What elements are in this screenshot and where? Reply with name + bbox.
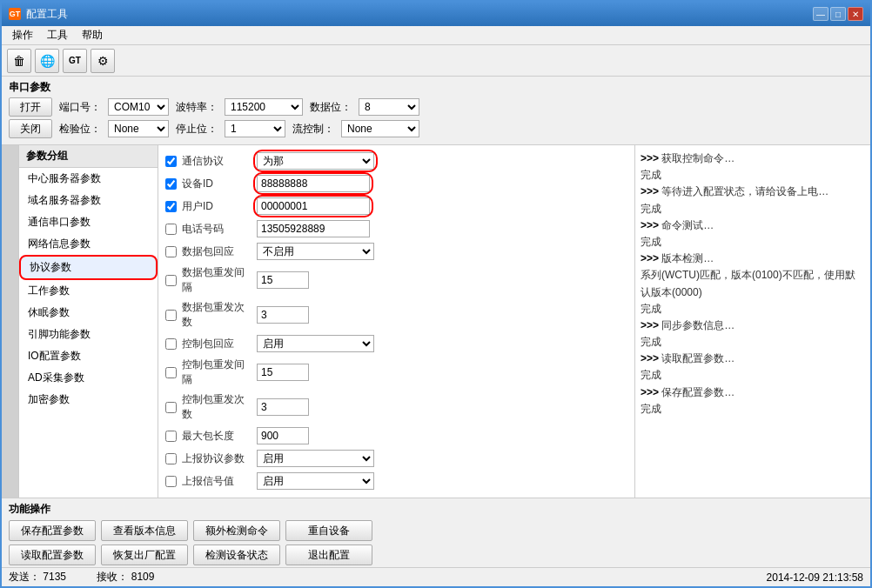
param-row-data-ack: 数据包回应 不启用: [165, 243, 627, 260]
sidebar-item-3[interactable]: 网络信息参数: [19, 233, 158, 255]
param-label-data-retry-count: 数据包重发次数: [182, 300, 252, 330]
param-row-report-signal: 上报信号值 启用: [165, 472, 627, 490]
param-check-phone[interactable]: [165, 224, 177, 235]
status-datetime: 2014-12-09 21:13:58: [767, 571, 863, 584]
log-line-12: 完成: [641, 367, 865, 384]
param-select-report-protocol[interactable]: 启用: [257, 450, 374, 467]
param-check-ctrl-retry-count[interactable]: [165, 402, 177, 413]
sidebar-item-0[interactable]: 中心服务器参数: [19, 168, 158, 190]
param-label-report-protocol: 上报协议参数: [182, 451, 252, 466]
btn-detect-device[interactable]: 检测设备状态: [193, 545, 280, 565]
menu-item-operate[interactable]: 操作: [5, 26, 40, 44]
minimize-button[interactable]: —: [813, 7, 828, 21]
param-check-ctrl-ack[interactable]: [165, 338, 177, 350]
param-select-data-ack[interactable]: 不启用: [257, 243, 374, 260]
close-port-button[interactable]: 关闭: [9, 119, 52, 138]
status-left: 发送： 7135 接收： 8109: [9, 570, 154, 585]
menu-item-help[interactable]: 帮助: [75, 26, 110, 44]
sidebar-item-2[interactable]: 通信串口参数: [19, 211, 158, 233]
param-check-ctrl-retry-interval[interactable]: [165, 367, 177, 378]
param-row-device-id: 设备ID 88888888: [165, 175, 627, 192]
param-label-data-retry-interval: 数据包重发间隔: [182, 265, 252, 295]
param-check-report-protocol[interactable]: [165, 453, 177, 464]
param-input-user-id[interactable]: [257, 197, 370, 215]
param-check-user-id[interactable]: [165, 201, 177, 212]
toolbar-refresh-button[interactable]: 🌐: [35, 49, 59, 73]
param-row-report-protocol: 上报协议参数 启用: [165, 450, 627, 467]
title-bar-buttons: — □ ✕: [813, 7, 863, 21]
sidebar-item-4[interactable]: 协议参数: [19, 255, 158, 280]
open-port-button[interactable]: 打开: [9, 97, 52, 117]
sidebar-item-9[interactable]: AD采集参数: [19, 367, 158, 389]
log-line-5: 完成: [641, 234, 865, 251]
sidebar-item-8[interactable]: IO配置参数: [19, 345, 158, 367]
toolbar-gt-button[interactable]: GT: [63, 49, 87, 73]
btn-exit-config[interactable]: 退出配置: [285, 545, 372, 565]
param-select-report-signal[interactable]: 启用: [257, 472, 374, 490]
log-line-7: 系列(WCTU)匹配，版本(0100)不匹配，使用默认版本(0000): [641, 267, 865, 300]
log-line-14: 完成: [641, 401, 865, 418]
btn-reset-device[interactable]: 重自设备: [285, 520, 372, 541]
status-bar: 发送： 7135 接收： 8109 2014-12-09 21:13:58: [2, 567, 870, 586]
param-check-data-ack[interactable]: [165, 246, 177, 257]
param-check-device-id[interactable]: [165, 178, 177, 190]
param-input-data-retry-interval[interactable]: [257, 271, 309, 289]
param-check-max-packet[interactable]: [165, 431, 177, 442]
recv-value: 8109: [131, 571, 155, 583]
toolbar: 🗑 🌐 GT ⚙: [2, 45, 870, 77]
baud-select[interactable]: 115200: [225, 98, 303, 116]
param-check-report-signal[interactable]: [165, 476, 177, 487]
flowctrl-select[interactable]: None: [341, 120, 419, 137]
title-bar-left: GT 配置工具: [9, 7, 68, 22]
maximize-button[interactable]: □: [830, 7, 846, 21]
sidebar-item-10[interactable]: 加密参数: [19, 389, 158, 411]
log-line-9: >>> 同步参数信息…: [641, 317, 865, 334]
parity-select[interactable]: None: [108, 120, 169, 137]
toolbar-delete-button[interactable]: 🗑: [7, 49, 31, 73]
sidebar-item-5[interactable]: 工作参数: [19, 280, 158, 302]
btn-factory-reset[interactable]: 恢复出厂配置: [101, 545, 188, 565]
param-input-ctrl-retry-count[interactable]: [257, 398, 309, 416]
param-row-ctrl-ack: 控制包回应 启用: [165, 335, 627, 352]
param-input-ctrl-retry-interval[interactable]: [257, 364, 309, 381]
btn-read-config[interactable]: 读取配置参数: [9, 545, 96, 565]
log-line-13: >>> 保存配置参数…: [641, 384, 865, 401]
sidebar-item-1[interactable]: 域名服务器参数: [19, 190, 158, 211]
param-check-data-retry-interval[interactable]: [165, 275, 177, 286]
log-line-2: >>> 等待进入配置状态，请给设备上电…: [641, 184, 865, 200]
stopbits-select[interactable]: 1: [225, 120, 285, 137]
param-row-data-retry-interval: 数据包重发间隔: [165, 265, 627, 295]
btn-view-version[interactable]: 查看版本信息: [101, 520, 188, 541]
center-panel: 通信协议 为那 设备ID 88888888 用户ID: [158, 145, 635, 498]
toolbar-settings-button[interactable]: ⚙: [91, 49, 115, 73]
param-protocol-wrapper: 为那: [257, 152, 374, 170]
log-line-0: >>> 获取控制命令…: [641, 150, 865, 167]
param-check-protocol[interactable]: [165, 156, 177, 167]
param-input-data-retry-count[interactable]: [257, 306, 309, 324]
param-check-data-retry-count[interactable]: [165, 310, 177, 321]
param-select-ctrl-ack[interactable]: 启用: [257, 335, 374, 352]
param-input-phone[interactable]: [257, 220, 370, 237]
param-label-report-signal: 上报信号值: [182, 474, 252, 489]
param-input-device-id[interactable]: 88888888: [257, 175, 370, 192]
log-line-10: 完成: [641, 334, 865, 351]
baud-label: 波特率：: [176, 100, 218, 115]
param-deviceid-wrapper: 88888888: [257, 175, 370, 192]
btn-extra-detect[interactable]: 额外检测命令: [193, 520, 280, 541]
app-icon: GT: [9, 8, 21, 20]
param-select-protocol[interactable]: 为那: [257, 152, 374, 170]
sidebar-item-7[interactable]: 引脚功能参数: [19, 324, 158, 345]
param-row-data-retry-count: 数据包重发次数: [165, 300, 627, 330]
param-userid-wrapper: [257, 197, 370, 215]
btn-save-config[interactable]: 保存配置参数: [9, 520, 96, 541]
func-buttons-row-1: 保存配置参数 查看版本信息 额外检测命令 重自设备: [2, 518, 870, 543]
right-panel: >>> 获取控制命令… 完成 >>> 等待进入配置状态，请给设备上电… 完成 >…: [635, 145, 870, 498]
param-label-phone: 电话号码: [182, 222, 252, 237]
port-select[interactable]: COM10: [108, 98, 169, 116]
sidebar-item-6[interactable]: 休眠参数: [19, 302, 158, 324]
databits-select[interactable]: 8: [359, 98, 419, 116]
close-button[interactable]: ✕: [848, 7, 863, 21]
log-line-11: >>> 读取配置参数…: [641, 351, 865, 367]
param-input-max-packet[interactable]: [257, 427, 309, 444]
menu-item-tools[interactable]: 工具: [40, 26, 75, 44]
